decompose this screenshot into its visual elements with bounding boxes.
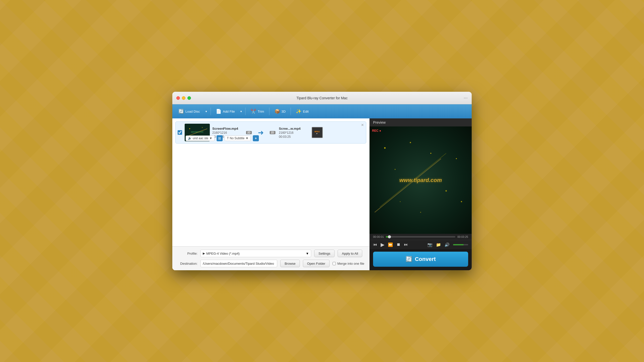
toolbar: 🔄 Load Disc ▼ 📄 Add File ▼ ✂️ Trim 📦 3D … <box>172 104 472 118</box>
toolbar-divider-3 <box>269 108 269 115</box>
preview-background: www.tipard.com REC ● <box>370 126 472 234</box>
crop-button[interactable]: ⊞ <box>217 135 223 141</box>
trim-icon: ✂️ <box>251 109 256 114</box>
window-title: Tipard Blu-ray Converter for Mac <box>296 96 347 100</box>
threed-icon: 📦 <box>274 109 280 114</box>
svg-point-14 <box>461 201 462 202</box>
audio-track-label: und aac ste <box>193 137 208 140</box>
file-list: www.tipard.com <box>172 118 369 246</box>
close-button[interactable] <box>176 96 180 100</box>
subtitle-label: No Subtitle <box>230 137 245 140</box>
toolbar-divider-1 <box>211 108 211 115</box>
stop-button[interactable]: ⏹ <box>396 242 400 247</box>
preview-progress-bar: 00:00:01 00:03:25 <box>370 234 472 240</box>
time-total: 00:03:25 <box>457 235 468 238</box>
browse-button[interactable]: Browse <box>280 260 300 267</box>
edit-icon: ✨ <box>296 109 301 114</box>
svg-line-17 <box>375 159 441 212</box>
preview-time-overlay: REC ● <box>372 129 381 132</box>
threed-button[interactable]: 📦 3D <box>271 107 289 116</box>
file-item: www.tipard.com <box>175 121 366 144</box>
skip-forward-button[interactable]: ⏭ <box>404 242 408 247</box>
titlebar-menu-icon[interactable]: ⋯ <box>464 96 468 100</box>
svg-point-15 <box>420 212 421 213</box>
svg-point-12 <box>446 190 447 192</box>
playback-progress[interactable] <box>386 236 455 238</box>
progress-thumb[interactable] <box>388 235 391 238</box>
edit-button[interactable]: ✨ Edit <box>293 107 311 116</box>
traffic-lights <box>176 96 191 100</box>
mpeg-icon: MPEG ▶ <box>312 127 323 138</box>
convert-icon: 🔄 <box>406 256 412 262</box>
time-current: 00:00:01 <box>373 235 384 238</box>
play-button[interactable]: ▶ <box>381 242 384 248</box>
subtitle-dropdown-icon: ▼ <box>246 137 249 140</box>
profile-label: Profile: <box>177 252 197 255</box>
apply-to-all-button[interactable]: Apply to All <box>338 250 362 257</box>
playback-controls: ⏮ ▶ ⏩ ⏹ ⏭ 📷 📁 🔊 <box>370 240 472 249</box>
load-disc-button[interactable]: 🔄 Load Disc <box>175 107 203 116</box>
fast-forward-button[interactable]: ⏩ <box>388 242 393 247</box>
svg-point-16 <box>400 201 400 202</box>
settings-button[interactable]: Settings <box>314 250 335 257</box>
maximize-button[interactable] <box>187 96 191 100</box>
main-window: Tipard Blu-ray Converter for Mac ⋯ 🔄 Loa… <box>172 92 472 270</box>
toolbar-divider-4 <box>291 108 291 115</box>
input-filename: ScreenFlow.mp4 <box>212 127 243 130</box>
mpeg-profile-icon: ▶ <box>203 252 205 255</box>
titlebar: Tipard Blu-ray Converter for Mac ⋯ <box>172 92 472 104</box>
subtitle-select[interactable]: T No Subtitle ▼ <box>225 135 251 141</box>
audio-icon: 🔊 <box>188 137 192 140</box>
add-file-icon: 📄 <box>216 109 221 114</box>
svg-point-2 <box>189 128 190 129</box>
volume-fill <box>453 244 464 245</box>
load-disc-dropdown[interactable]: ▼ <box>204 109 209 114</box>
input-2d-badge: 2D <box>246 131 252 134</box>
destination-row: Destination: Browse Open Folder Merge in… <box>177 260 364 267</box>
output-duration: 00:03:25 <box>279 135 309 139</box>
profile-dropdown-icon: ▼ <box>306 252 309 255</box>
preview-panel: Preview <box>370 118 472 270</box>
profile-select[interactable]: ▶ MPEG-4 Video (*.mp4) ▼ <box>200 250 311 257</box>
folder-button[interactable]: 📁 <box>436 242 441 247</box>
destination-input[interactable] <box>200 260 277 267</box>
audio-track-select[interactable]: 🔊 und aac ste ▼ <box>186 135 215 141</box>
add-file-button[interactable]: 📄 Add File <box>213 107 238 116</box>
main-content: www.tipard.com <box>172 118 472 270</box>
trim-button[interactable]: ✂️ Trim <box>248 107 267 116</box>
input-resolution: 2160*1216 <box>212 131 243 134</box>
file-checkbox[interactable] <box>178 130 182 135</box>
preview-watermark: www.tipard.com <box>399 177 442 184</box>
add-subtitle-button[interactable]: + <box>253 135 259 141</box>
volume-slider[interactable] <box>453 244 468 245</box>
preview-header: Preview <box>370 118 472 126</box>
preview-video: www.tipard.com REC ● <box>370 126 472 234</box>
left-panel: www.tipard.com <box>172 118 370 270</box>
load-disc-icon: 🔄 <box>178 109 184 114</box>
convert-button[interactable]: 🔄 Convert <box>373 252 468 267</box>
output-resolution: 2160*1216 <box>279 131 309 134</box>
output-filename: Scree...w.mp4 <box>279 127 309 130</box>
output-2d-badge: 2D <box>270 131 275 134</box>
merge-checkbox[interactable] <box>333 262 336 265</box>
remove-file-button[interactable]: ✕ <box>361 123 364 127</box>
open-folder-button[interactable]: Open Folder <box>303 260 330 267</box>
svg-point-11 <box>430 153 431 154</box>
profile-value: MPEG-4 Video (*.mp4) <box>206 252 240 255</box>
screenshot-button[interactable]: 📷 <box>427 242 432 247</box>
svg-point-8 <box>384 147 386 149</box>
skip-back-button[interactable]: ⏮ <box>373 242 377 247</box>
toolbar-divider-2 <box>245 108 246 115</box>
svg-point-9 <box>395 169 396 170</box>
svg-point-3 <box>202 127 203 128</box>
subtitle-icon: T <box>227 137 229 140</box>
svg-point-13 <box>456 158 457 159</box>
volume-icon: 🔊 <box>445 242 450 247</box>
svg-point-10 <box>410 142 411 143</box>
merge-checkbox-label: Merge into one file <box>333 262 364 265</box>
destination-label: Destination: <box>177 262 197 265</box>
minimize-button[interactable] <box>182 96 185 100</box>
file-controls: 🔊 und aac ste ▼ ⊞ T No Subtitle ▼ + <box>186 135 259 141</box>
bottom-bar: Profile: ▶ MPEG-4 Video (*.mp4) ▼ Settin… <box>172 246 369 270</box>
add-file-dropdown[interactable]: ▼ <box>239 109 243 114</box>
